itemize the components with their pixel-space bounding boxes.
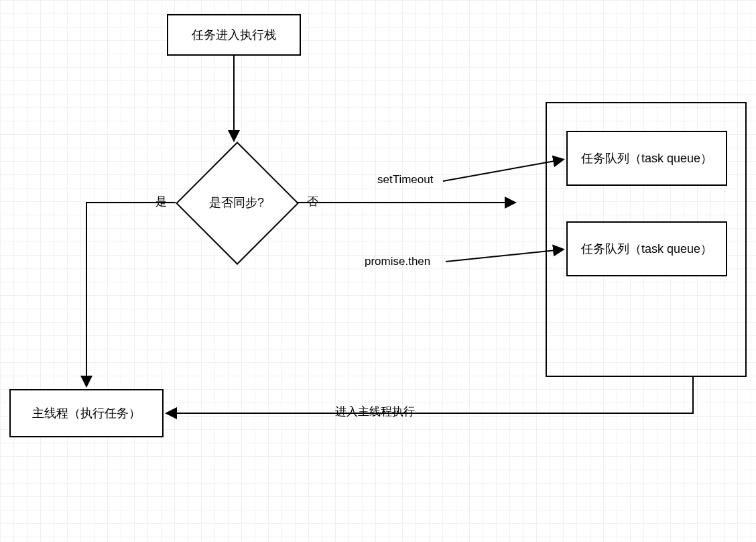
node-task-queue-1: 任务队列（task queue）: [566, 131, 727, 186]
node-main-thread: 主线程（执行任务）: [9, 389, 164, 437]
node-start: 任务进入执行栈: [167, 14, 301, 56]
edge-promisethen-label: promise.then: [362, 255, 433, 268]
edge-yes-label: 是: [153, 194, 170, 209]
node-task-queue-1-label: 任务队列（task queue）: [581, 150, 712, 166]
node-task-queue-2-label: 任务队列（task queue）: [581, 241, 712, 257]
edge-no-label: 否: [304, 194, 321, 209]
edge-entermain-label: 进入主线程执行: [332, 404, 418, 419]
edge-settimeout-label: setTimeout: [375, 173, 436, 186]
node-task-queue-2: 任务队列（task queue）: [566, 221, 727, 276]
node-start-label: 任务进入执行栈: [192, 27, 276, 43]
node-main-thread-label: 主线程（执行任务）: [32, 405, 141, 421]
